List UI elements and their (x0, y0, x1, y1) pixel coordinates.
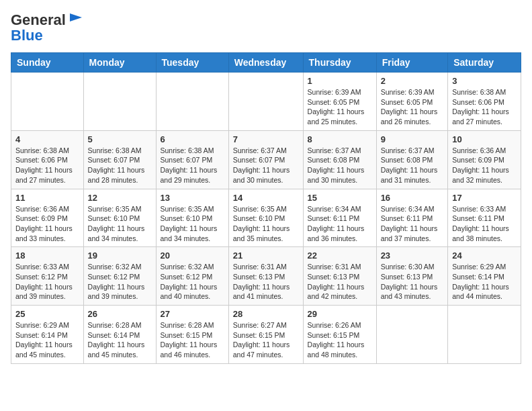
day-content: Sunrise: 6:27 AM Sunset: 6:15 PM Dayligh… (233, 320, 299, 360)
day-of-week-header: Wednesday (228, 53, 303, 73)
calendar-cell: 24Sunrise: 6:29 AM Sunset: 6:14 PM Dayli… (448, 247, 521, 306)
calendar-cell: 5Sunrise: 6:38 AM Sunset: 6:07 PM Daylig… (83, 130, 156, 189)
calendar-cell: 19Sunrise: 6:32 AM Sunset: 6:12 PM Dayli… (83, 247, 156, 306)
calendar-cell: 8Sunrise: 6:37 AM Sunset: 6:08 PM Daylig… (303, 130, 376, 189)
calendar-cell: 18Sunrise: 6:33 AM Sunset: 6:12 PM Dayli… (11, 247, 84, 306)
day-number: 1 (308, 76, 372, 86)
calendar-cell: 27Sunrise: 6:28 AM Sunset: 6:15 PM Dayli… (156, 306, 228, 364)
day-content: Sunrise: 6:37 AM Sunset: 6:08 PM Dayligh… (308, 146, 372, 185)
day-number: 2 (381, 76, 444, 86)
svg-marker-0 (70, 13, 82, 21)
calendar-week-row: 1Sunrise: 6:39 AM Sunset: 6:05 PM Daylig… (11, 73, 521, 131)
day-content: Sunrise: 6:29 AM Sunset: 6:14 PM Dayligh… (452, 262, 517, 302)
calendar-cell: 21Sunrise: 6:31 AM Sunset: 6:13 PM Dayli… (228, 247, 303, 306)
day-number: 20 (161, 250, 224, 261)
page-header: General Blue (11, 11, 521, 44)
day-content: Sunrise: 6:32 AM Sunset: 6:12 PM Dayligh… (88, 262, 152, 302)
day-content: Sunrise: 6:38 AM Sunset: 6:07 PM Dayligh… (161, 146, 224, 185)
calendar-cell (11, 73, 84, 131)
day-content: Sunrise: 6:33 AM Sunset: 6:11 PM Dayligh… (452, 204, 517, 244)
calendar-cell: 15Sunrise: 6:34 AM Sunset: 6:11 PM Dayli… (303, 189, 376, 247)
logo-flag-icon (67, 11, 86, 30)
calendar-cell: 17Sunrise: 6:33 AM Sunset: 6:11 PM Dayli… (448, 189, 521, 247)
day-number: 14 (233, 193, 299, 203)
day-of-week-header: Sunday (11, 53, 84, 73)
calendar-cell: 11Sunrise: 6:36 AM Sunset: 6:09 PM Dayli… (11, 189, 84, 247)
calendar-cell: 20Sunrise: 6:32 AM Sunset: 6:12 PM Dayli… (156, 247, 228, 306)
calendar-cell: 16Sunrise: 6:34 AM Sunset: 6:11 PM Dayli… (376, 189, 448, 247)
calendar-cell: 26Sunrise: 6:28 AM Sunset: 6:14 PM Dayli… (83, 306, 156, 364)
calendar-cell: 25Sunrise: 6:29 AM Sunset: 6:14 PM Dayli… (11, 306, 84, 364)
day-content: Sunrise: 6:36 AM Sunset: 6:09 PM Dayligh… (452, 146, 517, 185)
day-content: Sunrise: 6:37 AM Sunset: 6:07 PM Dayligh… (233, 146, 299, 185)
day-number: 22 (308, 250, 372, 261)
day-content: Sunrise: 6:39 AM Sunset: 6:05 PM Dayligh… (308, 87, 372, 127)
day-number: 9 (381, 134, 444, 144)
day-number: 12 (88, 193, 152, 203)
day-number: 11 (15, 193, 79, 203)
day-content: Sunrise: 6:38 AM Sunset: 6:07 PM Dayligh… (88, 146, 152, 185)
day-number: 16 (381, 193, 444, 203)
calendar-week-row: 25Sunrise: 6:29 AM Sunset: 6:14 PM Dayli… (11, 306, 521, 364)
calendar-cell: 6Sunrise: 6:38 AM Sunset: 6:07 PM Daylig… (156, 130, 228, 189)
day-content: Sunrise: 6:36 AM Sunset: 6:09 PM Dayligh… (15, 204, 79, 244)
day-number: 7 (233, 134, 299, 144)
day-number: 13 (161, 193, 224, 203)
day-of-week-header: Thursday (303, 53, 376, 73)
calendar-cell: 22Sunrise: 6:31 AM Sunset: 6:13 PM Dayli… (303, 247, 376, 306)
day-content: Sunrise: 6:35 AM Sunset: 6:10 PM Dayligh… (161, 204, 224, 244)
day-content: Sunrise: 6:26 AM Sunset: 6:15 PM Dayligh… (308, 320, 372, 360)
calendar-table: SundayMondayTuesdayWednesdayThursdayFrid… (11, 52, 521, 364)
calendar-cell: 3Sunrise: 6:38 AM Sunset: 6:06 PM Daylig… (448, 73, 521, 131)
calendar-cell: 10Sunrise: 6:36 AM Sunset: 6:09 PM Dayli… (448, 130, 521, 189)
day-number: 28 (233, 309, 299, 319)
day-number: 17 (452, 193, 517, 203)
calendar-header-row: SundayMondayTuesdayWednesdayThursdayFrid… (11, 53, 521, 73)
day-of-week-header: Tuesday (156, 53, 228, 73)
day-content: Sunrise: 6:32 AM Sunset: 6:12 PM Dayligh… (161, 262, 224, 302)
day-number: 5 (88, 134, 152, 144)
day-of-week-header: Saturday (448, 53, 521, 73)
calendar-cell: 9Sunrise: 6:37 AM Sunset: 6:08 PM Daylig… (376, 130, 448, 189)
calendar-cell: 29Sunrise: 6:26 AM Sunset: 6:15 PM Dayli… (303, 306, 376, 364)
day-content: Sunrise: 6:35 AM Sunset: 6:10 PM Dayligh… (88, 204, 152, 244)
calendar-cell: 1Sunrise: 6:39 AM Sunset: 6:05 PM Daylig… (303, 73, 376, 131)
day-number: 27 (161, 309, 224, 319)
calendar-cell (83, 73, 156, 131)
calendar-week-row: 18Sunrise: 6:33 AM Sunset: 6:12 PM Dayli… (11, 247, 521, 306)
day-content: Sunrise: 6:28 AM Sunset: 6:14 PM Dayligh… (88, 320, 152, 360)
day-content: Sunrise: 6:29 AM Sunset: 6:14 PM Dayligh… (15, 320, 79, 360)
calendar-cell: 28Sunrise: 6:27 AM Sunset: 6:15 PM Dayli… (228, 306, 303, 364)
day-content: Sunrise: 6:31 AM Sunset: 6:13 PM Dayligh… (308, 262, 372, 302)
day-number: 15 (308, 193, 372, 203)
day-of-week-header: Monday (83, 53, 156, 73)
calendar-cell: 4Sunrise: 6:38 AM Sunset: 6:06 PM Daylig… (11, 130, 84, 189)
day-number: 26 (88, 309, 152, 319)
day-content: Sunrise: 6:31 AM Sunset: 6:13 PM Dayligh… (233, 262, 299, 302)
logo: General Blue (11, 11, 86, 44)
calendar-cell: 7Sunrise: 6:37 AM Sunset: 6:07 PM Daylig… (228, 130, 303, 189)
day-content: Sunrise: 6:34 AM Sunset: 6:11 PM Dayligh… (381, 204, 444, 244)
day-number: 23 (381, 250, 444, 261)
calendar-cell: 2Sunrise: 6:39 AM Sunset: 6:05 PM Daylig… (376, 73, 448, 131)
calendar-week-row: 11Sunrise: 6:36 AM Sunset: 6:09 PM Dayli… (11, 189, 521, 247)
day-number: 8 (308, 134, 372, 144)
calendar-cell: 13Sunrise: 6:35 AM Sunset: 6:10 PM Dayli… (156, 189, 228, 247)
day-content: Sunrise: 6:30 AM Sunset: 6:13 PM Dayligh… (381, 262, 444, 302)
day-content: Sunrise: 6:38 AM Sunset: 6:06 PM Dayligh… (452, 87, 517, 127)
day-number: 24 (452, 250, 517, 261)
day-number: 10 (452, 134, 517, 144)
day-number: 25 (15, 309, 79, 319)
calendar-cell (156, 73, 228, 131)
day-content: Sunrise: 6:28 AM Sunset: 6:15 PM Dayligh… (161, 320, 224, 360)
calendar-cell (448, 306, 521, 364)
day-content: Sunrise: 6:35 AM Sunset: 6:10 PM Dayligh… (233, 204, 299, 244)
calendar-cell (228, 73, 303, 131)
day-number: 18 (15, 250, 79, 261)
calendar-cell: 14Sunrise: 6:35 AM Sunset: 6:10 PM Dayli… (228, 189, 303, 247)
calendar-cell: 12Sunrise: 6:35 AM Sunset: 6:10 PM Dayli… (83, 189, 156, 247)
day-number: 19 (88, 250, 152, 261)
day-number: 21 (233, 250, 299, 261)
day-content: Sunrise: 6:38 AM Sunset: 6:06 PM Dayligh… (15, 146, 79, 185)
day-number: 4 (15, 134, 79, 144)
